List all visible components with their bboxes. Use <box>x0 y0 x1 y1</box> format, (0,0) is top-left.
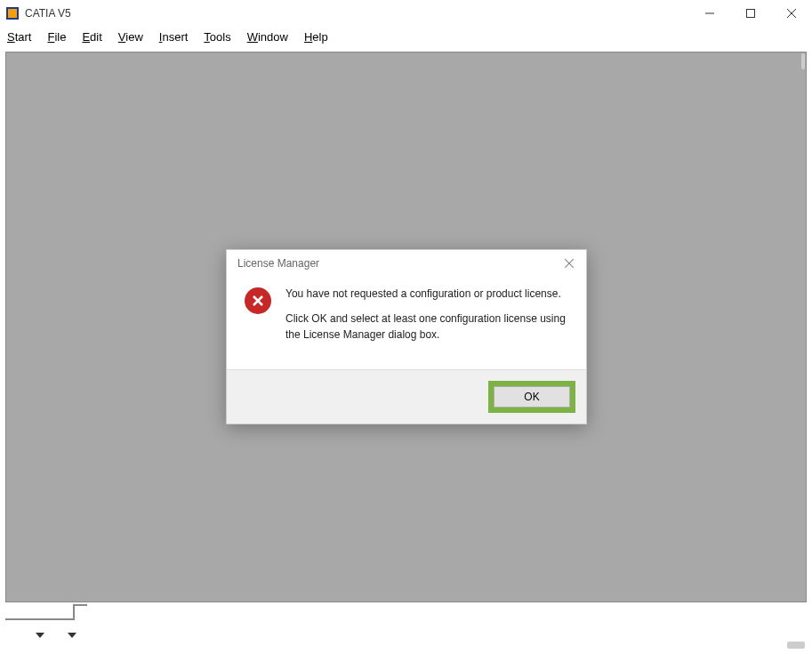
window-controls <box>689 0 812 27</box>
close-button[interactable] <box>771 0 812 27</box>
dialog-body: You have not requested a configuration o… <box>227 277 586 369</box>
toolbar-divider <box>5 618 73 620</box>
ok-highlight: OK <box>488 381 575 413</box>
dropdown-arrow-1[interactable] <box>36 633 44 638</box>
menu-help[interactable]: Help <box>304 30 328 44</box>
minimize-button[interactable] <box>689 0 730 27</box>
svg-rect-1 <box>8 9 17 18</box>
license-manager-dialog: License Manager You have not requested a… <box>226 249 587 424</box>
dialog-close-button[interactable] <box>563 257 575 270</box>
bottom-scroll[interactable] <box>787 642 805 649</box>
scroll-handle[interactable] <box>801 53 805 69</box>
menu-tools[interactable]: Tools <box>204 30 230 44</box>
dialog-message-line1: You have not requested a configuration o… <box>285 286 568 302</box>
bottom-toolbar <box>0 604 812 654</box>
dialog-titlebar: License Manager <box>227 250 586 277</box>
ok-button[interactable]: OK <box>494 386 570 408</box>
dialog-message: You have not requested a configuration o… <box>285 286 568 351</box>
maximize-button[interactable] <box>730 0 771 27</box>
app-icon <box>5 6 20 20</box>
dialog-title-text: License Manager <box>237 257 319 270</box>
svg-rect-3 <box>747 10 755 18</box>
menubar: Start File Edit View Insert Tools Window… <box>0 27 812 49</box>
menu-view[interactable]: View <box>118 30 143 44</box>
menu-file[interactable]: File <box>47 30 66 44</box>
toolbar-corner <box>73 604 87 620</box>
menu-edit[interactable]: Edit <box>82 30 101 44</box>
app-title: CATIA V5 <box>25 7 71 20</box>
titlebar: CATIA V5 <box>0 0 812 27</box>
dropdown-arrow-2[interactable] <box>68 633 76 638</box>
menu-start[interactable]: Start <box>7 30 31 44</box>
dialog-footer: OK <box>227 369 586 424</box>
dialog-message-line2: Click OK and select at least one configu… <box>285 311 568 343</box>
menu-insert[interactable]: Insert <box>159 30 189 44</box>
titlebar-left: CATIA V5 <box>5 6 71 20</box>
menu-window[interactable]: Window <box>247 30 288 44</box>
error-icon <box>245 287 271 314</box>
